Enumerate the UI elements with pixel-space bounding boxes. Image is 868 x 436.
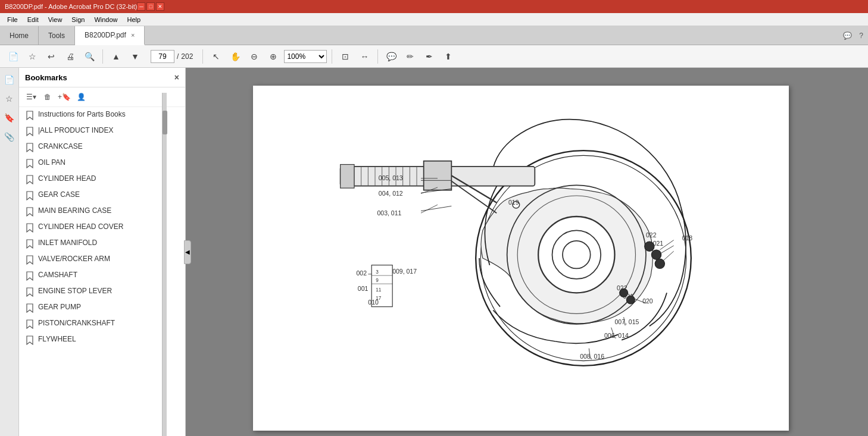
page-number-input[interactable] (151, 50, 174, 63)
bookmark-icon (26, 207, 35, 217)
tab-close-button[interactable]: × (131, 32, 135, 39)
menu-help[interactable]: Help (123, 15, 146, 24)
bookmark-item[interactable]: Instructions for Parts Books (19, 107, 185, 123)
bookmark-item[interactable]: CRANKCASE (19, 139, 185, 155)
markup-button[interactable]: ✒ (421, 48, 438, 65)
sidebar-toolbar: ☰▾ 🗑 +🔖 👤 (19, 87, 185, 107)
menu-window[interactable]: Window (89, 15, 122, 24)
svg-point-23 (651, 250, 661, 259)
bookmark-item[interactable]: CYLINDER HEAD (19, 171, 185, 187)
comment-button[interactable]: 💬 (383, 48, 399, 65)
bookmark-item[interactable]: GEAR CASE (19, 187, 185, 203)
bookmark-item[interactable]: OIL PAN (19, 155, 185, 171)
sidebar-header: Bookmarks × (19, 68, 185, 87)
tab-document[interactable]: B8200DP.pdf × (75, 26, 145, 45)
bookmark-item[interactable]: PISTON/CRANKSHAFT (19, 316, 185, 332)
tab-spacer (145, 26, 838, 45)
svg-text:010: 010 (368, 299, 379, 306)
bookmark-star-button[interactable]: ☆ (24, 48, 40, 65)
new-button[interactable]: 📄 (5, 48, 21, 65)
menu-edit[interactable]: Edit (23, 15, 43, 24)
scrollbar-thumb[interactable] (163, 111, 167, 134)
back-button[interactable]: ↩ (43, 48, 60, 65)
bookmark-item[interactable]: ENGINE STOP LEVER (19, 284, 185, 300)
page-down-button[interactable]: ▼ (127, 48, 143, 65)
bookmark-label: OIL PAN (38, 158, 180, 168)
bookmark-label: |ALL PRODUCT INDEX (38, 126, 180, 136)
sidebar-person-button[interactable]: 👤 (74, 90, 88, 104)
bookmark-item[interactable]: VALVE/ROCKER ARM (19, 252, 185, 268)
zoom-select[interactable]: 100% 75% 125% 150% (284, 50, 327, 63)
tab-right-icons: 💬 ? (838, 26, 868, 45)
bookmark-label: CAMSHAFT (38, 271, 180, 280)
bookmark-item[interactable]: FLYWHEEL (19, 332, 185, 348)
menu-file[interactable]: File (2, 15, 23, 24)
menu-view[interactable]: View (43, 15, 67, 24)
svg-text:018: 018 (682, 234, 693, 241)
bookmark-item[interactable]: INLET MANIFOLD (19, 236, 185, 252)
svg-text:004, 012: 004, 012 (379, 190, 403, 197)
search-button[interactable]: 🔍 (81, 48, 98, 65)
svg-text:009, 017: 009, 017 (392, 268, 417, 275)
toolbar: 📄 ☆ ↩ 🖨 🔍 ▲ ▼ / 202 ↖ ✋ ⊖ ⊕ 100% 75% 125… (0, 45, 868, 68)
menu-sign[interactable]: Sign (67, 15, 89, 24)
export-button[interactable]: ⬆ (440, 48, 457, 65)
left-icon-link[interactable]: 📎 (2, 130, 17, 144)
svg-text:11: 11 (376, 287, 382, 293)
bookmark-label: CYLINDER HEAD (38, 174, 180, 184)
sidebar-close-button[interactable]: × (174, 73, 179, 82)
left-icons-panel: 📄 ☆ 🔖 📎 (0, 68, 19, 436)
bookmark-item[interactable]: CYLINDER HEAD COVER (19, 219, 185, 236)
diagram-svg: 3 9 11 17 005, 013 004, 012 003, 011 019… (313, 109, 729, 407)
bookmark-item[interactable]: GEAR PUMP (19, 300, 185, 316)
left-icon-new[interactable]: 📄 (2, 73, 17, 87)
tab-tools[interactable]: Tools (39, 26, 75, 45)
svg-line-33 (660, 251, 673, 264)
page-separator: / (177, 52, 179, 61)
sidebar-scroll[interactable]: Instructions for Parts Books|ALL PRODUCT… (19, 107, 185, 436)
bookmark-item[interactable]: CAMSHAFT (19, 268, 185, 284)
svg-text:3: 3 (376, 269, 379, 275)
svg-point-6 (563, 241, 591, 269)
left-icon-bookmark[interactable]: 🔖 (2, 111, 17, 125)
close-button[interactable]: ✕ (156, 2, 164, 11)
minimize-button[interactable]: ─ (137, 2, 145, 11)
sidebar-collapse-handle[interactable]: ◀ (184, 240, 191, 264)
bookmark-icon (26, 111, 35, 120)
bookmark-label: CYLINDER HEAD COVER (38, 222, 180, 232)
left-icon-star[interactable]: ☆ (2, 92, 17, 106)
main-area: 📄 ☆ 🔖 📎 Bookmarks × ☰▾ 🗑 +🔖 👤 Instructio… (0, 68, 868, 436)
tab-home[interactable]: Home (0, 26, 39, 45)
zoom-in-button[interactable]: ⊕ (265, 48, 282, 65)
bookmark-icon (26, 303, 35, 313)
svg-text:019: 019 (508, 199, 519, 206)
bookmark-label: Instructions for Parts Books (38, 110, 180, 120)
bookmark-item[interactable]: |ALL PRODUCT INDEX (19, 123, 185, 139)
content-area[interactable]: 3 9 11 17 005, 013 004, 012 003, 011 019… (186, 68, 820, 436)
bookmark-item[interactable]: MAIN BEARING CASE (19, 203, 185, 219)
print-button[interactable]: 🖨 (62, 48, 79, 65)
bookmark-icon (26, 175, 35, 184)
maximize-button[interactable]: □ (146, 2, 155, 11)
highlight-button[interactable]: ✏ (402, 48, 419, 65)
page-nav: / 202 (151, 50, 193, 63)
sidebar-add-button[interactable]: +🔖 (57, 90, 71, 104)
fit-width-button[interactable]: ↔ (356, 48, 373, 65)
fit-page-button[interactable]: ⊡ (337, 48, 354, 65)
bookmark-label: VALVE/ROCKER ARM (38, 255, 180, 264)
bookmark-icon (26, 287, 35, 297)
bookmark-icon (26, 335, 35, 345)
hand-tool-button[interactable]: ✋ (227, 48, 243, 65)
sidebar-options-button[interactable]: ☰▾ (24, 90, 38, 104)
select-tool-button[interactable]: ↖ (208, 48, 224, 65)
bookmark-label: INLET MANIFOLD (38, 239, 180, 248)
sidebar-scrollbar[interactable] (162, 93, 167, 436)
help-icon[interactable]: ? (859, 32, 863, 40)
sidebar-delete-button[interactable]: 🗑 (40, 90, 55, 104)
bookmark-label: FLYWHEEL (38, 335, 180, 344)
title-bar: B8200DP.pdf - Adobe Acrobat Pro DC (32-b… (0, 0, 868, 13)
toolbar-sep-3 (332, 49, 332, 64)
chat-icon[interactable]: 💬 (843, 32, 852, 40)
zoom-out-button[interactable]: ⊖ (246, 48, 263, 65)
page-up-button[interactable]: ▲ (108, 48, 124, 65)
